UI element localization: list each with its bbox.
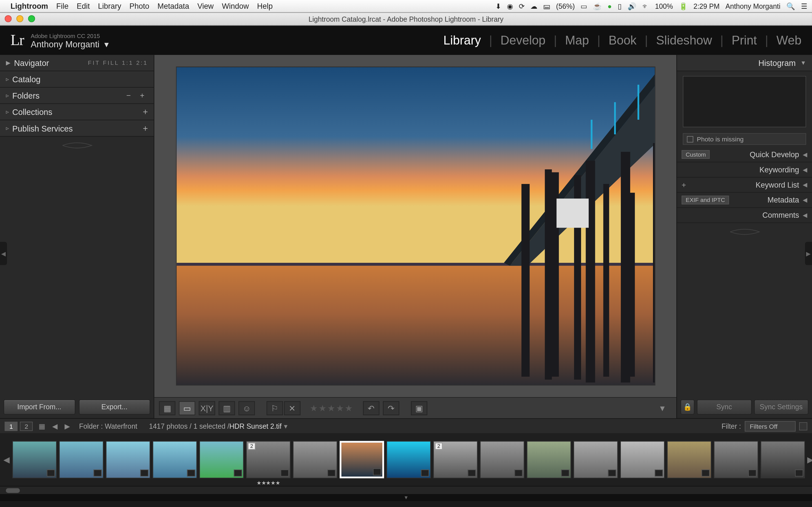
filmstrip-scrollbar[interactable] <box>0 486 812 494</box>
disclosure-triangle-icon[interactable]: ▹ <box>6 93 9 99</box>
keywording-panel-header[interactable]: Keywording ◀ <box>677 162 812 177</box>
filmstrip-thumbnail[interactable] <box>199 441 244 478</box>
filmstrip-thumbnail[interactable] <box>59 441 103 478</box>
status-dot-icon[interactable]: ● <box>608 2 612 10</box>
module-book[interactable]: Book <box>608 33 637 47</box>
disclosure-triangle-icon[interactable]: ▹ <box>6 109 9 115</box>
filmstrip-thumbnail[interactable] <box>340 441 384 478</box>
publish-add[interactable]: + <box>143 123 148 133</box>
rotate-ccw-button[interactable]: ↶ <box>363 401 379 415</box>
disclosure-triangle-icon[interactable]: ◀ <box>803 151 808 158</box>
menu-edit[interactable]: Edit <box>77 2 90 10</box>
collections-add[interactable]: + <box>143 107 148 117</box>
navigator-zoom-options[interactable]: FIT FILL 1:1 2:1 <box>88 59 148 66</box>
filmstrip-thumbnail[interactable]: 2 <box>433 441 477 478</box>
toolbar-options-dropdown[interactable]: ▾ <box>660 402 672 413</box>
filmstrip-thumbnail[interactable] <box>387 441 431 478</box>
publish-panel-header[interactable]: ▹ Publish Services + <box>0 120 154 136</box>
menu-metadata[interactable]: Metadata <box>157 2 189 10</box>
spotlight-icon[interactable]: 🔍 <box>786 2 795 10</box>
disclosure-triangle-icon[interactable]: ◀ <box>803 212 808 219</box>
disclosure-triangle-icon[interactable]: ▹ <box>6 76 9 82</box>
catalog-panel-header[interactable]: ▹ Catalog <box>0 71 154 88</box>
second-window-1-button[interactable]: 1 <box>5 421 18 431</box>
app-menu[interactable]: Lightroom <box>10 2 48 10</box>
filmstrip-scroll-right[interactable]: ▶ <box>807 455 812 464</box>
airplay-icon[interactable]: ▯ <box>618 2 622 10</box>
disclosure-triangle-icon[interactable]: ◀ <box>803 197 808 203</box>
rating-stars[interactable]: ★★★★★ <box>310 403 354 413</box>
disk-icon[interactable]: 🖴 <box>543 2 550 10</box>
menubar-clock[interactable]: 2:29 PM <box>694 2 720 10</box>
filmstrip-scroll-left[interactable]: ◀ <box>3 455 10 464</box>
filter-preset-select[interactable]: Filters Off <box>745 421 796 431</box>
sync-settings-button[interactable]: Sync Settings <box>754 399 809 414</box>
filmstrip-thumbnail[interactable] <box>667 441 712 478</box>
grid-view-button[interactable]: ▦ <box>159 401 175 415</box>
menu-help[interactable]: Help <box>257 2 273 10</box>
sync-button[interactable]: Sync <box>697 399 751 414</box>
filmstrip-thumbnail[interactable] <box>12 441 57 478</box>
menu-library[interactable]: Library <box>98 2 121 10</box>
filmstrip-thumbnail[interactable] <box>527 441 571 478</box>
import-button[interactable]: Import From... <box>3 399 75 414</box>
disclosure-triangle-icon[interactable]: ▼ <box>801 59 806 66</box>
module-develop[interactable]: Develop <box>500 33 546 47</box>
quick-develop-panel-header[interactable]: Custom Quick Develop ◀ <box>677 147 812 162</box>
module-print[interactable]: Print <box>732 33 757 47</box>
current-filename[interactable]: HDR Sunset 2.tif <box>229 422 282 430</box>
sync-icon[interactable]: ⟳ <box>519 2 525 10</box>
filmstrip-thumbnail[interactable] <box>293 441 338 478</box>
disclosure-triangle-icon[interactable]: ▹ <box>6 125 9 131</box>
filename-dropdown-icon[interactable]: ▾ <box>284 422 287 430</box>
comments-panel-header[interactable]: Comments ◀ <box>677 208 812 223</box>
menubar-user[interactable]: Anthony Morganti <box>725 2 780 10</box>
identity-user[interactable]: Anthony Morganti ▾ <box>31 40 109 48</box>
wifi-icon[interactable]: ᯤ <box>642 2 649 10</box>
right-panel-collapse-handle[interactable]: ▶ <box>805 242 812 265</box>
module-web[interactable]: Web <box>776 33 802 47</box>
nav-back-icon[interactable]: ◀ <box>52 422 57 430</box>
people-view-button[interactable]: ☺ <box>239 401 255 415</box>
left-panel-collapse-handle[interactable]: ◀ <box>0 242 7 265</box>
volume-icon[interactable]: 🔊 <box>627 2 637 10</box>
cloud-icon[interactable]: ☁ <box>530 2 538 10</box>
loupe-view-button[interactable]: ▭ <box>179 401 195 415</box>
battery-icon[interactable]: 🔋 <box>679 2 688 10</box>
keyword-add-button[interactable]: + <box>682 180 686 189</box>
notification-center-icon[interactable]: ☰ <box>801 2 808 10</box>
folders-add-remove[interactable]: − + <box>126 91 148 100</box>
display-icon[interactable]: ▭ <box>580 2 587 10</box>
source-breadcrumb[interactable]: Folder : Waterfront <box>79 422 137 430</box>
zoom-window-button[interactable] <box>28 15 35 22</box>
filter-toggle-switch[interactable] <box>799 422 807 430</box>
minimize-window-button[interactable] <box>16 15 23 22</box>
flag-reject-button[interactable]: ✕ <box>284 401 301 415</box>
cc-icon[interactable]: ◉ <box>507 2 513 10</box>
menu-window[interactable]: Window <box>222 2 249 10</box>
sync-lock-button[interactable]: 🔒 <box>680 399 695 414</box>
loupe-image[interactable] <box>175 66 655 385</box>
filmstrip-thumbnail[interactable] <box>620 441 665 478</box>
disclosure-triangle-icon[interactable]: ▶ <box>6 59 11 66</box>
filmstrip-thumbnail[interactable]: 2★★★★★ <box>246 441 291 478</box>
quickdev-preset-select[interactable]: Custom <box>682 150 710 159</box>
module-library[interactable]: Library <box>444 33 481 47</box>
keyword-list-panel-header[interactable]: + Keyword List ◀ <box>677 177 812 193</box>
grid-icon[interactable]: ▦ <box>39 422 45 430</box>
metadata-panel-header[interactable]: EXIF and IPTC Metadata ◀ <box>677 193 812 208</box>
filmstrip-thumbnail[interactable] <box>106 441 150 478</box>
menu-photo[interactable]: Photo <box>130 2 149 10</box>
close-window-button[interactable] <box>5 15 12 22</box>
filmstrip-thumbnail[interactable] <box>153 441 197 478</box>
photo-missing-warning[interactable]: Photo is missing <box>683 133 806 145</box>
metadata-preset-select[interactable]: EXIF and IPTC <box>682 196 729 205</box>
filmstrip-thumbnail[interactable] <box>480 441 524 478</box>
nav-fwd-icon[interactable]: ▶ <box>64 422 70 430</box>
second-window-2-button[interactable]: 2 <box>20 421 33 431</box>
folders-panel-header[interactable]: ▹ Folders − + <box>0 88 154 104</box>
menu-view[interactable]: View <box>197 2 214 10</box>
menu-file[interactable]: File <box>56 2 68 10</box>
battery-menu-pct[interactable]: (56%) <box>556 2 574 10</box>
module-map[interactable]: Map <box>565 33 589 47</box>
